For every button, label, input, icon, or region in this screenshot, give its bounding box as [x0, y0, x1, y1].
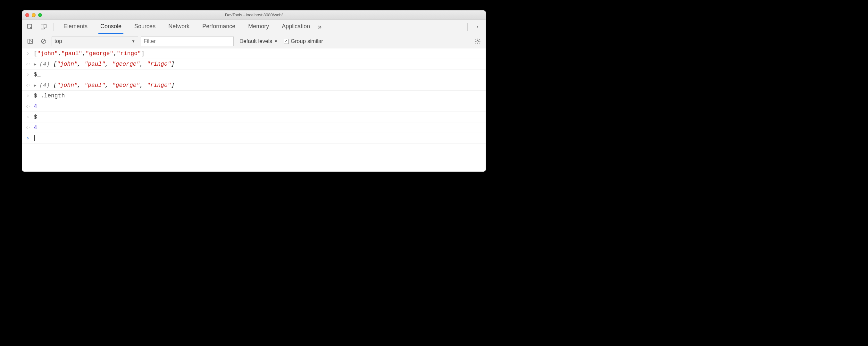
console-row-body[interactable] — [34, 135, 483, 141]
execution-context-select[interactable]: top ▼ — [52, 36, 138, 46]
dropdown-caret-icon: ▼ — [131, 39, 135, 43]
kebab-icon — [477, 26, 478, 28]
console-row-body: 4 — [34, 103, 483, 109]
output-chevron-icon: ‹• — [25, 124, 30, 131]
token: $_ — [34, 114, 41, 120]
token: ] — [171, 82, 175, 88]
token: [ — [53, 82, 57, 88]
checkbox-icon — [284, 39, 289, 44]
svg-rect-2 — [44, 24, 46, 28]
token: "george" — [112, 82, 140, 88]
chevron-double-right-icon: » — [318, 23, 321, 31]
console-row-body: ▶(4) ["john", "paul", "george", "ringo"] — [34, 61, 483, 67]
console-row: ›$_ — [22, 112, 486, 122]
device-toolbar-icon[interactable] — [38, 22, 49, 32]
console-row: ›["john","paul","george","ringo"] — [22, 49, 486, 59]
log-levels-select[interactable]: Default levels ▼ — [236, 38, 278, 44]
zoom-window-button[interactable] — [38, 13, 42, 17]
input-chevron-icon: › — [25, 114, 30, 120]
svg-line-6 — [42, 40, 45, 42]
token: ] — [171, 61, 175, 67]
console-row: ‹•4 — [22, 101, 486, 112]
token: "paul" — [84, 61, 105, 67]
token: 4 — [34, 124, 37, 131]
token: , — [113, 50, 117, 57]
array-length-meta: (4) — [39, 61, 53, 67]
filter-input[interactable] — [144, 38, 231, 44]
output-chevron-icon: ‹• — [25, 61, 30, 67]
input-chevron-icon: › — [25, 50, 30, 57]
token: "ringo" — [117, 50, 141, 57]
text-cursor — [34, 135, 35, 141]
devtools-window: DevTools - localhost:8080/web/ ElementsC… — [22, 10, 486, 172]
token: , — [105, 61, 112, 67]
token: "john" — [57, 82, 78, 88]
console-toolbar: top ▼ Default levels ▼ Group similar — [22, 34, 486, 49]
tab-sources[interactable]: Sources — [132, 20, 157, 34]
console-row-body: ["john","paul","george","ringo"] — [34, 50, 483, 57]
prompt-chevron-icon: › — [25, 135, 30, 141]
execution-context-value: top — [55, 38, 62, 44]
token: "ringo" — [147, 82, 171, 88]
tab-performance[interactable]: Performance — [200, 20, 237, 34]
clear-console-icon[interactable] — [38, 36, 49, 47]
more-tabs-button[interactable]: » — [314, 23, 325, 31]
token: [ — [34, 50, 37, 57]
token: "john" — [57, 61, 78, 67]
token: "george" — [86, 50, 113, 57]
input-chevron-icon: › — [25, 93, 30, 99]
dropdown-caret-icon: ▼ — [274, 39, 278, 43]
token: [ — [53, 61, 57, 67]
svg-point-7 — [477, 40, 478, 42]
input-chevron-icon: › — [25, 71, 30, 78]
minimize-window-button[interactable] — [32, 13, 36, 17]
tab-console[interactable]: Console — [98, 20, 123, 34]
titlebar: DevTools - localhost:8080/web/ — [22, 10, 486, 20]
console-row: ›$_ — [22, 69, 486, 80]
console-row-body: ▶(4) ["john", "paul", "george", "ringo"] — [34, 82, 483, 88]
group-similar-label: Group similar — [291, 38, 323, 44]
console-row: › — [22, 133, 486, 144]
settings-menu-button[interactable] — [472, 26, 483, 28]
output-chevron-icon: ‹• — [25, 82, 30, 88]
tab-memory[interactable]: Memory — [246, 20, 271, 34]
divider — [467, 23, 468, 31]
log-levels-label: Default levels — [240, 38, 272, 44]
tab-elements[interactable]: Elements — [62, 20, 89, 34]
console-settings-button[interactable] — [472, 38, 483, 44]
console-row-body: $_ — [34, 71, 483, 78]
console-row: ‹•▶(4) ["john", "paul", "george", "ringo… — [22, 80, 486, 91]
console-output[interactable]: ›["john","paul","george","ringo"]‹•▶(4) … — [22, 49, 486, 171]
tab-network[interactable]: Network — [166, 20, 191, 34]
expand-toggle-icon[interactable]: ▶ — [34, 83, 38, 88]
console-row: ‹•▶(4) ["john", "paul", "george", "ringo… — [22, 59, 486, 69]
token: "john" — [37, 50, 58, 57]
token: "paul" — [61, 50, 82, 57]
tab-application[interactable]: Application — [280, 20, 312, 34]
console-row: ›$_.length — [22, 91, 486, 101]
expand-toggle-icon[interactable]: ▶ — [34, 62, 38, 67]
group-similar-toggle[interactable]: Group similar — [280, 38, 323, 44]
array-length-meta: (4) — [39, 82, 53, 88]
inspect-element-icon[interactable] — [25, 22, 36, 32]
token: , — [78, 61, 85, 67]
console-row: ‹•4 — [22, 122, 486, 133]
token: , — [140, 82, 147, 88]
token: "george" — [112, 61, 140, 67]
console-row-body: $_ — [34, 114, 483, 120]
token: $_ — [34, 71, 41, 78]
token: ] — [141, 50, 145, 57]
panel-tabs: ElementsConsoleSourcesNetworkPerformance… — [58, 20, 312, 34]
console-row-body: 4 — [34, 124, 483, 131]
main-toolbar: ElementsConsoleSourcesNetworkPerformance… — [22, 20, 486, 34]
divider — [54, 23, 54, 31]
token: , — [140, 61, 147, 67]
filter-input-wrapper[interactable] — [141, 36, 234, 46]
token: "paul" — [84, 82, 105, 88]
window-title: DevTools - localhost:8080/web/ — [22, 12, 486, 17]
toggle-console-sidebar-icon[interactable] — [25, 36, 36, 47]
token: , — [82, 50, 86, 57]
close-window-button[interactable] — [25, 13, 29, 17]
token: , — [58, 50, 62, 57]
token: $_.length — [34, 93, 65, 99]
